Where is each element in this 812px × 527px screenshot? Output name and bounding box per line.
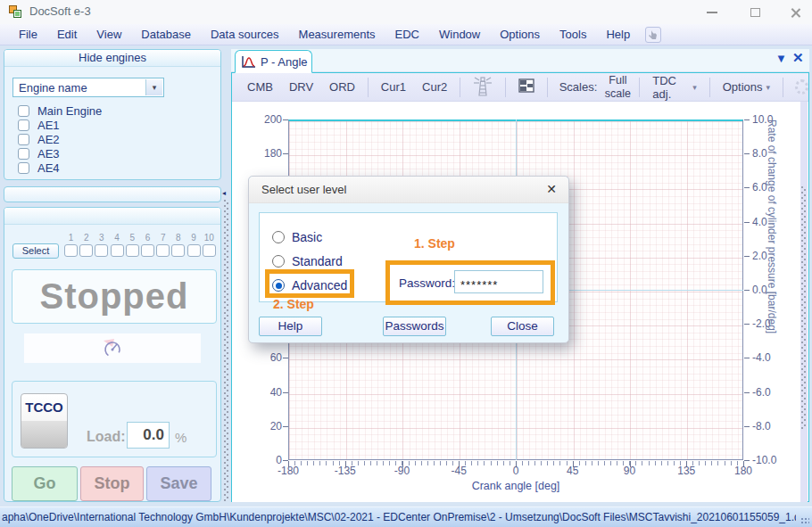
dropdown-caret-icon[interactable]: ▾ xyxy=(145,79,162,95)
cylinder-checkbox-10[interactable] xyxy=(203,244,216,257)
vertical-splitter[interactable] xyxy=(224,200,228,502)
checkbox-ae3[interactable] xyxy=(18,148,29,160)
radio-basic[interactable] xyxy=(272,231,285,243)
y-left-tick-label: 40 xyxy=(252,386,282,399)
toolbar-cur1-button[interactable]: Cur1 xyxy=(373,80,414,94)
cylinder-checkbox-9[interactable] xyxy=(187,244,201,257)
cylinder-checkbox-2[interactable] xyxy=(79,244,93,257)
toolbar-cmb-button[interactable]: CMB xyxy=(239,80,281,94)
tab-close-icon[interactable]: ✕ xyxy=(792,50,804,66)
status-file-path: apha\OneDrive\International Technology G… xyxy=(2,511,796,523)
right-splitter[interactable] xyxy=(800,102,808,502)
help-button[interactable]: Help xyxy=(259,317,322,336)
minimize-button[interactable] xyxy=(699,5,725,20)
hide-engines-header[interactable]: Hide engines xyxy=(4,50,220,67)
cylinder-number: 6 xyxy=(141,233,154,243)
curve-icon xyxy=(241,55,256,69)
radio-row-basic[interactable]: Basic xyxy=(272,230,322,244)
touch-pointer-icon[interactable] xyxy=(645,27,661,43)
menu-item-measurements[interactable]: Measurements xyxy=(289,24,385,45)
load-label: Load: xyxy=(87,429,126,445)
load-input[interactable] xyxy=(127,422,170,449)
checkbox-ae1[interactable] xyxy=(18,119,29,131)
cylinder-number: 5 xyxy=(126,233,139,243)
go-button[interactable]: Go xyxy=(12,466,78,501)
save-button[interactable]: Save xyxy=(146,466,211,501)
toolbar-ord-button[interactable]: ORD xyxy=(321,80,363,94)
cylinder-checkbox-3[interactable] xyxy=(95,244,108,257)
passwords-button[interactable]: Passwords xyxy=(383,317,446,336)
toolbar-drv-button[interactable]: DRV xyxy=(281,80,321,94)
cylinder-checkbox-1[interactable] xyxy=(64,244,78,257)
x-tick-label: 45 xyxy=(553,465,592,477)
tab-list-dropdown-icon[interactable]: ▼ xyxy=(775,52,787,65)
menu-item-options[interactable]: Options xyxy=(490,24,550,45)
options-dropdown[interactable]: Options ▾ xyxy=(715,80,778,94)
y-right-tick xyxy=(744,222,750,223)
dialog-body: BasicStandardAdvanced 1. Step Password: … xyxy=(249,203,568,344)
cylinder-checkbox-7[interactable] xyxy=(156,244,170,257)
menu-item-database[interactable]: Database xyxy=(131,24,201,45)
menu-item-view[interactable]: View xyxy=(87,24,131,45)
close-button[interactable] xyxy=(782,5,808,20)
tab-label: P - Angle xyxy=(261,55,308,69)
radio-row-standard[interactable]: Standard xyxy=(272,254,343,268)
x-axis-title: Crank angle [deg] xyxy=(453,480,578,492)
step2-label: 2. Step xyxy=(273,297,314,311)
tab-row xyxy=(231,49,809,71)
engine-name-dropdown[interactable]: Engine name ▾ xyxy=(12,78,164,97)
tcco-button[interactable]: TCCO xyxy=(21,393,68,449)
cylinder-checkbox-5[interactable] xyxy=(126,244,139,257)
menu-item-help[interactable]: Help xyxy=(596,24,640,45)
dialog-close-icon[interactable]: ✕ xyxy=(546,182,557,196)
engine-row-main-engine[interactable]: Main Engine xyxy=(18,104,102,118)
engine-status-text: Stopped xyxy=(12,270,216,322)
scales-label: Scales: xyxy=(552,80,601,94)
caret-down-icon: ▾ xyxy=(766,83,771,92)
dialog-close-button[interactable]: Close xyxy=(491,317,554,336)
stop-button[interactable]: Stop xyxy=(80,466,144,501)
maximize-button[interactable] xyxy=(742,5,768,20)
password-label: Password: xyxy=(399,276,455,290)
menu-item-window[interactable]: Window xyxy=(429,24,490,45)
layout-grid-icon[interactable] xyxy=(510,77,543,98)
checkbox-ae4[interactable] xyxy=(18,162,29,174)
y-right-tick xyxy=(744,119,750,120)
toolbar-cur2-button[interactable]: Cur2 xyxy=(414,80,455,94)
lighthouse-icon[interactable] xyxy=(465,74,501,101)
tab-p-angle[interactable]: P - Angle xyxy=(235,50,312,73)
engine-row-ae3[interactable]: AE3 xyxy=(18,147,60,161)
radio-standard[interactable] xyxy=(272,255,285,268)
menu-item-tools[interactable]: Tools xyxy=(550,24,596,45)
y-right-tick xyxy=(744,426,750,427)
password-input[interactable] xyxy=(454,270,543,293)
menu-item-data-sources[interactable]: Data sources xyxy=(201,24,289,45)
dialog-title: Select user level xyxy=(261,183,346,196)
checkbox-ae2[interactable] xyxy=(18,134,29,145)
full-scale-button[interactable]: Full scale xyxy=(601,74,634,100)
engine-row-ae2[interactable]: AE2 xyxy=(18,133,60,146)
y-left-tick-label: 200 xyxy=(252,113,282,126)
y-left-tick xyxy=(283,426,288,427)
y-right-tick xyxy=(744,460,750,461)
checkbox-main-engine[interactable] xyxy=(18,105,29,117)
x-tick-label: -180 xyxy=(269,465,308,477)
cylinder-checkbox-8[interactable] xyxy=(171,244,185,257)
select-button[interactable]: Select xyxy=(12,243,59,259)
load-unit: % xyxy=(175,430,186,445)
cylinder-checkbox-6[interactable] xyxy=(141,244,154,257)
cylinder-checkbox-4[interactable] xyxy=(111,244,124,257)
menu-item-file[interactable]: File xyxy=(9,24,47,45)
title-bar: DocSoft e-3 xyxy=(0,0,812,24)
engine-row-ae1[interactable]: AE1 xyxy=(18,119,60,132)
engine-row-ae4[interactable]: AE4 xyxy=(18,161,60,175)
engine-label: AE2 xyxy=(37,133,60,146)
dialog-title-bar[interactable]: Select user level ✕ xyxy=(249,177,568,203)
menu-item-edit[interactable]: Edit xyxy=(47,24,87,45)
collapsed-panel[interactable] xyxy=(4,186,221,202)
resize-grip-icon[interactable] xyxy=(800,517,809,524)
menu-item-edc[interactable]: EDC xyxy=(385,24,429,45)
tdc-adj-dropdown[interactable]: TDC adj. ▾ xyxy=(644,74,705,101)
splitter-collapse-icon[interactable]: ◂ xyxy=(222,189,226,197)
measurement-panel-header[interactable] xyxy=(4,208,220,225)
